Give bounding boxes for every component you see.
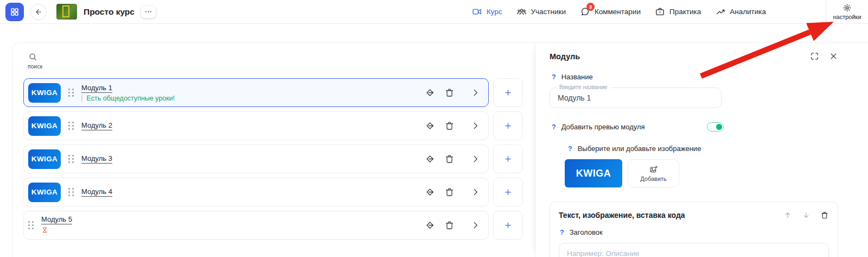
top-bar: Просто курс Курс Участники 3 Комментарии… [0,0,868,24]
chevron-right-icon[interactable] [470,121,481,131]
add-module-button[interactable] [493,211,523,240]
chevron-right-icon[interactable] [470,187,481,198]
move-module-icon[interactable] [424,220,435,231]
module-name-input[interactable] [550,87,722,108]
module-card[interactable]: KWIGA Модуль 2 [23,111,489,140]
move-module-icon[interactable] [424,87,435,98]
image-add-icon [649,165,658,174]
grid-icon [10,7,20,17]
module-card[interactable]: KWIGA Модуль 3 [23,145,489,173]
close-icon[interactable] [829,52,838,61]
help-icon[interactable]: ? [568,145,572,153]
notification-badge: 3 [586,3,595,11]
page-title: Просто курс [84,7,135,17]
trend-icon [715,7,726,17]
heading-input[interactable] [559,243,829,257]
module-title-link[interactable]: Модуль 4 [81,187,112,197]
plus-icon [504,155,512,163]
hourglass-icon [41,226,72,236]
modules-list-pane: поиск KWIGA Модуль 1 Есть общедоступные … [12,43,535,257]
preview-toggle-label: Добавить превью модуля [561,123,645,131]
help-icon[interactable]: ? [552,123,556,131]
move-module-icon[interactable] [424,187,435,198]
trash-icon[interactable] [444,187,455,198]
nav-item-1[interactable]: Участники [516,7,566,17]
course-nav: Курс Участники 3 Комментарии Практика Ан… [472,7,766,17]
drag-handle-icon[interactable] [28,221,34,229]
briefcase-icon [655,7,666,17]
module-row: KWIGA Модуль 1 Есть общедоступные уроки! [23,78,535,107]
help-icon[interactable]: ? [552,73,556,81]
drag-handle-icon[interactable] [68,122,74,130]
preview-toggle[interactable] [707,122,724,131]
module-card[interactable]: Модуль 5 [23,211,489,240]
nav-item-4[interactable]: Аналитика [715,7,766,17]
more-options-button[interactable] [141,6,156,18]
name-field-label: Название [561,73,593,81]
chat-icon: 3 [580,7,591,17]
help-icon[interactable]: ? [560,229,564,236]
trash-icon[interactable] [444,154,455,165]
drag-handle-icon[interactable] [68,155,74,163]
module-title-link[interactable]: Модуль 2 [81,121,112,130]
trash-icon[interactable] [444,121,455,131]
content-block-title: Текст, изображение, вставка кода [559,211,685,220]
module-row: Модуль 5 [23,211,535,240]
plus-icon [504,89,512,97]
search-icon [28,52,60,62]
module-card[interactable]: KWIGA Модуль 1 Есть общедоступные уроки! [23,78,489,107]
content-card: поиск KWIGA Модуль 1 Есть общедоступные … [12,42,868,257]
name-floating-label: Введите название [557,84,610,90]
chevron-right-icon[interactable] [470,220,481,231]
course-thumbnail [56,4,77,20]
chevron-right-icon[interactable] [470,154,481,165]
panel-title: Модуль [550,52,580,61]
add-module-button[interactable] [493,111,523,140]
delete-block-icon[interactable] [820,211,829,220]
expand-icon[interactable] [810,52,819,61]
back-button[interactable] [30,4,47,20]
nav-item-3[interactable]: Практика [655,7,701,17]
content-block-card: Текст, изображение, вставка кода [550,202,838,257]
trash-icon[interactable] [444,220,455,231]
video-icon [472,7,483,17]
settings-button[interactable]: настройки [826,0,868,24]
image-select-label: Выберите или добавьте изображение [578,145,701,153]
nav-item-2[interactable]: 3 Комментарии [580,7,641,17]
module-preview-image[interactable]: KWIGA [565,159,622,187]
move-module-icon[interactable] [424,154,435,165]
module-title-link[interactable]: Модуль 5 [41,215,72,224]
ellipsis-icon [144,8,152,16]
module-logo: KWIGA [28,183,61,202]
add-module-button[interactable] [493,145,523,173]
people-icon [516,7,527,17]
trash-icon[interactable] [444,87,455,98]
search-label: поиск [28,64,60,70]
apps-grid-button[interactable] [5,3,24,21]
module-card[interactable]: KWIGA Модуль 4 [23,178,489,206]
drag-handle-icon[interactable] [68,188,74,196]
add-module-button[interactable] [493,178,523,206]
module-note: Есть общедоступные уроки! [81,95,175,102]
module-row: KWIGA Модуль 3 [23,145,535,173]
add-module-button[interactable] [493,78,523,107]
gear-icon [843,3,852,12]
module-logo: KWIGA [28,83,61,103]
add-image-button[interactable]: Добавить [628,159,679,187]
name-field-wrap: Введите название [550,87,722,108]
nav-item-0[interactable]: Курс [472,7,502,17]
add-image-label: Добавить [640,175,667,182]
plus-icon [504,122,512,130]
drag-handle-icon[interactable] [68,89,74,97]
plus-icon [504,221,512,229]
search-control[interactable]: поиск [28,52,60,70]
move-module-icon[interactable] [424,121,435,131]
move-down-icon[interactable] [802,211,810,220]
module-logo: KWIGA [28,149,61,169]
move-up-icon[interactable] [783,211,792,220]
chevron-right-icon[interactable] [470,87,481,98]
plus-icon [504,188,512,196]
module-title-link[interactable]: Модуль 3 [81,154,112,164]
settings-label: настройки [833,14,861,20]
module-title-link[interactable]: Модуль 1 [81,84,112,93]
